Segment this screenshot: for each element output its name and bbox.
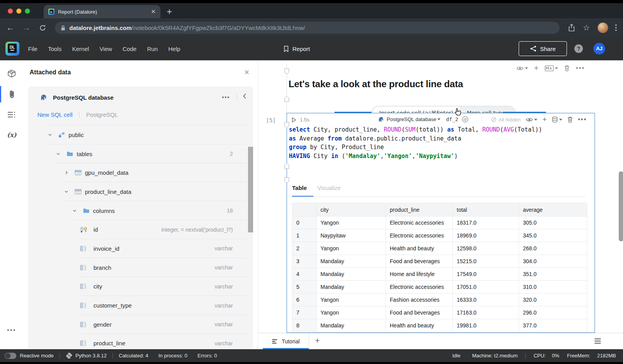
chevron-down-icon[interactable] [72, 208, 83, 213]
add-sheet-button[interactable]: + [315, 336, 320, 345]
cell-value: Yangon [317, 306, 386, 319]
menu-file[interactable]: File [28, 46, 37, 52]
table-row[interactable]: 6YangonFashion accessories16333.0320.0 [292, 294, 587, 306]
cell-handle-icon[interactable] [284, 96, 289, 102]
add-cell-icon[interactable]: + [534, 65, 539, 71]
postgresql-icon [40, 93, 48, 101]
reload-icon[interactable] [39, 24, 46, 32]
table-row[interactable]: 0YangonElectronic accessories18317.0305.… [292, 216, 587, 229]
chevron-right-icon[interactable] [64, 170, 75, 175]
close-panel-icon[interactable]: × [244, 67, 249, 77]
tree-item-product_line[interactable]: product_linevarchar [28, 334, 253, 349]
back-icon[interactable]: ← [6, 23, 14, 32]
help-button[interactable]: ? [574, 44, 583, 53]
tree-item-tables[interactable]: tables2 [28, 144, 253, 164]
table-of-contents-icon[interactable] [0, 111, 23, 118]
menu-code[interactable]: Code [123, 46, 137, 52]
menu-help[interactable]: Help [168, 46, 180, 52]
column-header[interactable] [292, 203, 317, 216]
collapse-card-icon[interactable] [243, 93, 246, 99]
table-row[interactable]: 4MandalayHome and lifestyle17549.0351.0 [292, 268, 587, 281]
menu-tools[interactable]: Tools [48, 46, 62, 52]
datasource-selector[interactable]: PostgreSQL database [387, 116, 436, 122]
forward-icon[interactable]: → [23, 23, 30, 32]
markdown-heading[interactable]: Let's take a look at the product line da… [289, 79, 463, 90]
table-row[interactable]: 7YangonFood and beverages17163.0296.0 [292, 306, 587, 319]
cell-handle-icon[interactable] [284, 177, 289, 183]
parameterize-icon[interactable]: @ [462, 116, 468, 123]
table-row[interactable]: 2YangonHealth and beauty12598.0268.0 [292, 242, 587, 255]
tab-table[interactable]: Table [292, 185, 307, 191]
visibility-eye-icon[interactable] [516, 66, 528, 71]
row-index: 5 [292, 281, 317, 294]
column-header[interactable]: average [519, 203, 587, 216]
new-sql-cell-link[interactable]: New SQL cell [37, 111, 72, 118]
delete-cell-icon[interactable] [567, 116, 573, 123]
table-row[interactable]: 5MandalayElectronic accessories17051.031… [292, 281, 587, 294]
sheet-tab-tutorial[interactable]: Tutorial [263, 333, 309, 349]
tree-item-gpu_model_data[interactable]: gpu_model_data [28, 163, 253, 182]
table-row[interactable]: 1NaypyitawElectronic accessories18969.03… [292, 229, 587, 242]
table-row[interactable]: 8MandalayHealth and beauty19981.0377.0 [292, 319, 587, 332]
code-line: group by City, Product_line [289, 143, 542, 152]
markdown-cell-type-icon[interactable] [545, 65, 558, 71]
close-window-button[interactable] [8, 9, 13, 14]
visibility-eye-icon[interactable] [526, 117, 537, 122]
attached-data-panel: Attached data × PostgreSQL database ••• … [23, 60, 258, 349]
table-row[interactable]: 3MandalayFood and beverages15215.0304.0 [292, 255, 587, 268]
tree-item-customer_type[interactable]: customer_typevarchar [28, 296, 253, 315]
cell-handle-icon[interactable] [284, 68, 289, 74]
sheet-menu-icon[interactable] [594, 338, 601, 344]
tree-item-columns[interactable]: columns18 [28, 201, 253, 220]
tree-item-gender[interactable]: gendervarchar [28, 315, 253, 334]
chevron-down-icon[interactable] [48, 132, 58, 137]
environment-icon[interactable] [0, 69, 23, 78]
menu-view[interactable]: View [100, 46, 112, 52]
datalore-logo[interactable]: DL [5, 42, 19, 56]
cell-handle-icon[interactable] [284, 122, 289, 128]
tree-scrollbar[interactable] [248, 147, 253, 232]
tree-item-product_line_data[interactable]: product_line_data [28, 182, 253, 201]
new-tab-button[interactable]: + [167, 6, 172, 17]
delete-cell-icon[interactable] [564, 65, 570, 71]
browser-menu-icon[interactable] [615, 24, 617, 31]
column-header[interactable]: city [317, 203, 386, 216]
browser-tab[interactable]: DL Report (Datalore) ✕ [44, 5, 160, 18]
database-source-icon[interactable] [552, 116, 562, 123]
add-cell-icon[interactable]: + [542, 117, 547, 122]
more-actions-icon[interactable]: ••• [576, 65, 585, 72]
zoom-window-button[interactable] [25, 9, 30, 14]
variables-icon[interactable]: (x) [0, 131, 23, 139]
attached-data-icon[interactable] [0, 90, 23, 99]
run-cell-icon[interactable] [292, 117, 296, 123]
tree-item-branch[interactable]: branchvarchar [28, 258, 253, 277]
share-button[interactable]: Share [519, 41, 567, 56]
postgresql-tab[interactable]: PostgreSQL [86, 111, 118, 118]
tab-close-icon[interactable]: ✕ [151, 8, 156, 15]
user-avatar[interactable]: AJ [593, 43, 605, 55]
menu-run[interactable]: Run [147, 46, 158, 52]
tree-item-id[interactable]: idinteger, = nextval('product_l?) [28, 220, 253, 239]
tree-item-city[interactable]: cityvarchar [28, 277, 253, 296]
column-header[interactable]: total [453, 203, 519, 216]
sql-code-editor[interactable]: select City, product_line, ROUND(SUM(tot… [289, 125, 542, 160]
url-bar[interactable]: datalore.jetbrains.com/notebook/0k5R4AZg… [55, 22, 560, 34]
cell-handle-icon[interactable] [284, 163, 289, 169]
tree-item-invoice_id[interactable]: invoice_idvarchar [28, 239, 253, 258]
more-tools-icon[interactable]: ••• [0, 327, 23, 333]
tree-item-public[interactable]: public [28, 125, 253, 144]
chevron-down-icon[interactable] [64, 189, 75, 194]
tab-visualize[interactable]: Visualize [317, 185, 341, 191]
minimize-window-button[interactable] [16, 9, 21, 14]
share-page-icon[interactable] [568, 24, 575, 32]
notebook-scrollbar[interactable] [619, 171, 623, 241]
column-header[interactable]: product_line [386, 203, 453, 216]
bookmark-star-icon[interactable]: ☆ [583, 23, 590, 32]
menu-kernel[interactable]: Kernel [72, 46, 89, 52]
kernel-version[interactable]: Python 3.8.12 [76, 353, 107, 359]
more-actions-icon[interactable]: ••• [578, 116, 587, 123]
browser-profile-avatar[interactable] [598, 23, 608, 33]
database-menu-icon[interactable]: ••• [222, 94, 230, 100]
chevron-down-icon[interactable] [56, 151, 67, 157]
reactive-mode-toggle[interactable] [5, 353, 16, 359]
